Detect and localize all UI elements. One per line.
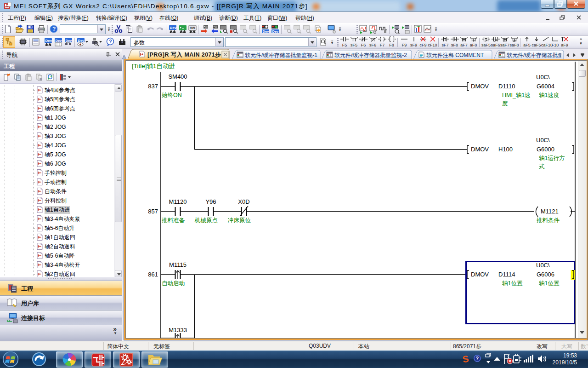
svg-text:自动启动: 自动启动 [162,280,185,287]
svg-text:X0D: X0D [238,198,249,205]
svg-text:Dev: Dev [45,39,52,43]
svg-text:SM400: SM400 [168,73,187,80]
svg-text:HW: HW [190,26,195,29]
svg-text:Y96: Y96 [205,198,216,205]
svg-text:软元件注释 COMMENT: 软元件注释 COMMENT [426,52,484,58]
svg-text:Dev: Dev [263,29,270,34]
svg-text:857: 857 [148,208,158,215]
svg-text:U0C\: U0C\ [536,262,550,269]
svg-text:D1110: D1110 [498,83,515,90]
svg-text:?: ? [109,39,112,44]
svg-text:837: 837 [148,83,158,90]
svg-text:HMI_轴1速: HMI_轴1速 [502,92,531,98]
svg-text:U0C\: U0C\ [536,137,550,144]
svg-text:轴1运行方: 轴1运行方 [539,155,565,161]
svg-text:Dev: Dev [170,26,177,30]
svg-text:推料准备: 推料准备 [162,217,185,224]
svg-text:轴1速度: 轴1速度 [539,92,559,98]
svg-text:M1333: M1333 [169,327,187,334]
svg-text:?: ? [476,356,479,361]
svg-text:DMOV: DMOV [471,146,489,153]
svg-text:M1121: M1121 [541,208,559,215]
svg-text:DMOV: DMOV [471,83,489,90]
svg-text:轴1位置: 轴1位置 [539,280,560,287]
svg-text:软元件/缓冲存储器批量监视-2: 软元件/缓冲存储器批量监视-2 [334,52,407,58]
svg-text:Dev: Dev [56,39,62,43]
svg-text:G6006: G6006 [537,271,554,278]
svg-text:Dev: Dev [78,39,85,43]
svg-text:G6000: G6000 [537,146,554,153]
svg-text:冲床原位: 冲床原位 [228,217,251,224]
svg-text:[PRG]R 写入 MAIN 2071步: [PRG]R 写入 MAIN 2071步 [147,52,221,58]
svg-text:度: 度 [502,100,508,107]
svg-text:S: S [462,354,469,364]
svg-text:轴1位置: 轴1位置 [502,280,523,287]
svg-text:?: ? [52,26,56,32]
svg-text:M1115: M1115 [169,261,187,268]
svg-text:M1120: M1120 [169,198,187,205]
svg-text:推料条件: 推料条件 [537,217,560,224]
svg-text:H100: H100 [498,146,513,153]
svg-text:软元件/缓冲存储器批量监视: 软元件/缓冲存储器批量监视 [507,52,574,58]
svg-text:式: 式 [539,163,545,170]
svg-text:Dev: Dev [272,29,279,34]
svg-text:机械原点: 机械原点 [194,217,218,224]
svg-text:始终ON: 始终ON [161,92,182,98]
svg-text:[Title]轴1自动进: [Title]轴1自动进 [132,63,175,69]
svg-text:软元件/缓冲存储器批量监视-1: 软元件/缓冲存储器批量监视-1 [245,52,317,58]
svg-text:861: 861 [148,271,158,278]
svg-text:DMOV: DMOV [471,271,489,278]
svg-text:U0C\: U0C\ [536,74,550,80]
svg-text:G6004: G6004 [537,83,554,90]
svg-text:D1114: D1114 [498,271,515,278]
svg-text:Dev: Dev [66,39,73,43]
